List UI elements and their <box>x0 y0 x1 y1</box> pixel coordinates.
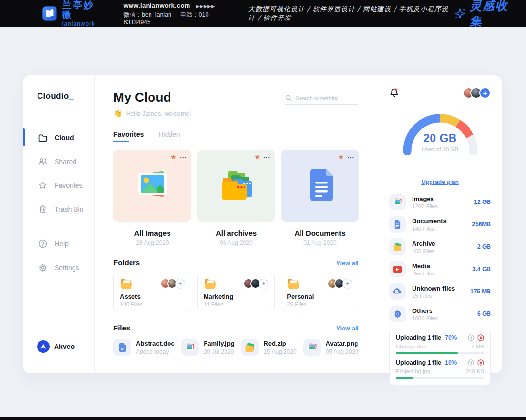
sidebar-item-favorites[interactable]: Favorites <box>23 173 94 197</box>
sidebar-item-cloud[interactable]: Cloud <box>23 126 94 149</box>
category-size: 6 GB <box>477 310 491 317</box>
app-logo: Cloudio_ <box>37 91 94 101</box>
page-title: My Cloud <box>113 90 171 105</box>
trash-icon <box>38 204 48 214</box>
more-options-icon[interactable]: ... <box>180 156 187 159</box>
more-options-icon[interactable]: ... <box>347 156 354 159</box>
storage-row-images[interactable]: Images 1200 Files 12 GB <box>389 191 491 213</box>
open-folder-icon <box>204 278 217 290</box>
greeting-text: Hello James, welcome! <box>126 110 191 117</box>
file-date: 15 Aug 2020 <box>263 348 296 355</box>
favorite-star-icon[interactable]: ★ <box>338 154 344 160</box>
add-user-button[interactable]: + <box>479 87 491 99</box>
upload-file-name: Project bg.jpg <box>396 368 430 374</box>
storage-row-archive[interactable]: Archive 455 Files 2 GB <box>389 236 491 258</box>
upload-file-size: 240 KB <box>466 368 484 374</box>
files-row: Abstract.doc Added today Family.jpg 20 J… <box>113 339 358 356</box>
cancel-upload-icon[interactable] <box>477 334 484 341</box>
sidebar-nav-secondary: Help Settings <box>23 232 94 279</box>
banner-logo: 兰亭妙微 lanlanwork <box>42 0 98 27</box>
tab-favorites[interactable]: Favorites <box>113 130 144 142</box>
file-item-abstract-doc[interactable]: Abstract.doc Added today <box>113 339 174 356</box>
favorite-star-icon[interactable]: ★ <box>171 154 177 160</box>
media-category-icon <box>389 261 406 277</box>
active-indicator <box>23 128 25 146</box>
akveo-brand[interactable]: Akveo <box>37 340 75 353</box>
folder-card-personal[interactable]: + Personal 25 Files <box>281 273 358 311</box>
arrows-decoration: ▶▶▶▶▶ <box>196 4 215 9</box>
folder-card-assets[interactable]: + Assets 140 Files <box>113 273 191 311</box>
promo-banner: 兰亭妙微 lanlanwork www.lanlanwork.com ▶▶▶▶▶… <box>0 0 526 27</box>
category-name: Media <box>412 262 435 270</box>
sidebar-item-label: Cloud <box>55 134 74 142</box>
sidebar-item-settings[interactable]: Settings <box>23 256 94 279</box>
collection-all-archives[interactable]: ★ ... All archives 06 Aug 2020 <box>197 150 275 246</box>
akveo-logo-icon <box>37 340 50 353</box>
upload-percent: 70% <box>445 334 457 341</box>
file-date: 20 Jul 2020 <box>204 348 234 355</box>
brand-name-en: lanlanwork <box>62 21 98 27</box>
storage-row-documents[interactable]: Documents 140 Files 256MB <box>389 213 491 236</box>
sidebar-item-label: Shared <box>55 158 76 165</box>
notification-bell-icon[interactable] <box>389 88 399 98</box>
storage-row-unknown[interactable]: Unknown files 25 Files 175 MB <box>389 280 491 303</box>
sparkle-icon <box>454 6 466 21</box>
collection-all-documents[interactable]: ★ ... All Documents 01 Aug 2020 <box>281 150 359 246</box>
category-name: Unknown files <box>412 285 455 292</box>
folder-card-marketing[interactable]: + Marketing 14 Files <box>197 273 275 311</box>
file-item-avatar-png[interactable]: Avatar.png 05 Aug 2020 <box>303 339 358 356</box>
sidebar-item-shared[interactable]: Shared <box>23 149 94 173</box>
others-category-icon <box>389 306 406 322</box>
image-file-icon <box>181 339 199 356</box>
upload-progress-fill <box>396 377 413 379</box>
collection-all-images[interactable]: ★ ... All Images 28 Aug 2020 <box>113 150 191 246</box>
storage-used-value: 20 GB <box>389 132 491 145</box>
unknown-files-category-icon <box>389 283 406 300</box>
pause-upload-icon[interactable] <box>468 359 474 366</box>
app-logo-accent: _ <box>69 91 74 101</box>
file-item-red-zip[interactable]: Red.zip 15 Aug 2020 <box>241 339 296 356</box>
documents-category-icon <box>389 216 406 233</box>
star-icon <box>38 181 48 190</box>
sidebar-item-label: Trash Bin <box>55 205 83 213</box>
category-name: Documents <box>412 218 447 225</box>
sidebar-item-help[interactable]: Help <box>23 232 94 256</box>
upgrade-plan-link[interactable]: Upgrade plan <box>421 179 459 185</box>
search-box[interactable] <box>285 95 358 105</box>
folders-view-all-link[interactable]: View all <box>336 260 358 267</box>
gear-icon <box>38 263 48 273</box>
tab-hidden[interactable]: Hidden <box>158 130 180 142</box>
storage-gauge: 20 GB Used of 40 GB <box>389 109 491 176</box>
files-view-all-link[interactable]: View all <box>336 325 358 332</box>
more-options-icon[interactable]: ... <box>263 156 270 159</box>
app-window: Cloudio_ Cloud Shared <box>23 75 502 373</box>
file-item-family-jpg[interactable]: Family.jpg 20 Jul 2020 <box>181 339 234 356</box>
banner-collect: 灵感收集 <box>454 0 512 29</box>
image-file-icon <box>303 339 321 356</box>
file-date: 05 Aug 2020 <box>326 348 358 355</box>
add-member-button[interactable]: + <box>259 279 268 289</box>
sidebar-item-trash[interactable]: Trash Bin <box>23 197 94 221</box>
main-content: My Cloud 👋 Hello James, welcome! Favorit… <box>95 75 378 373</box>
add-member-button[interactable]: + <box>342 279 352 289</box>
folder-members: + <box>160 278 185 289</box>
favorite-star-icon[interactable]: ★ <box>255 154 261 160</box>
pause-upload-icon[interactable] <box>468 334 474 341</box>
sidebar-nav: Cloud Shared Favorites <box>23 126 94 221</box>
search-input[interactable] <box>296 95 354 101</box>
collection-date: 28 Aug 2020 <box>113 239 191 246</box>
category-name: Others <box>412 307 438 314</box>
cancel-upload-icon[interactable] <box>477 359 484 366</box>
add-member-button[interactable]: + <box>175 279 185 289</box>
brand-name-cn: 兰亭妙微 <box>62 0 98 20</box>
storage-row-media[interactable]: Media 255 Files 3.4 GB <box>389 258 491 280</box>
folder-members: + <box>244 278 268 289</box>
help-icon <box>38 239 48 249</box>
collect-title: 灵感收集 <box>470 0 512 29</box>
app-logo-text: Cloudio <box>37 91 69 101</box>
folder-icon <box>38 133 48 143</box>
book-logo-icon <box>42 4 57 23</box>
storage-row-others[interactable]: Others 1000 Files 6 GB <box>389 303 491 325</box>
bottom-strip <box>0 417 526 420</box>
upload-progress-fill <box>396 352 458 354</box>
